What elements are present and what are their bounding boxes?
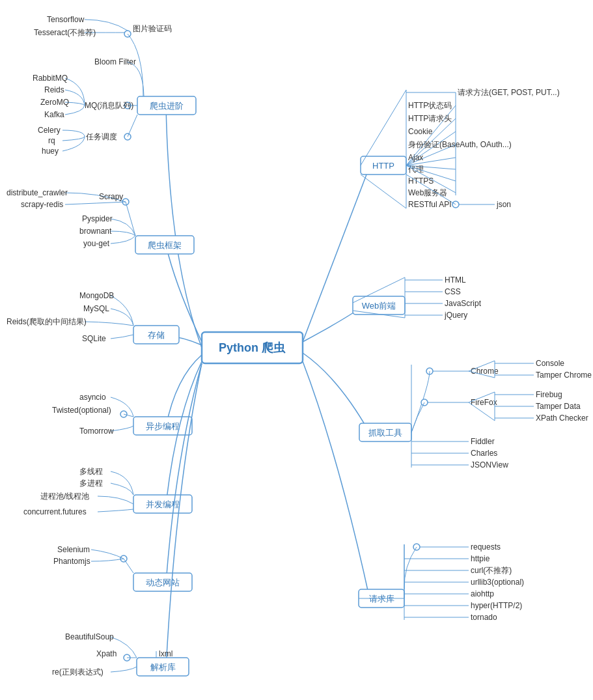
huey-label: huey [42, 147, 59, 156]
rq-label: rq [48, 136, 55, 145]
tornado-label: tornado [471, 613, 497, 622]
tensorflow-label: Tensorflow [47, 15, 85, 24]
beautifulsoup-label: BeautifulSoup [65, 632, 114, 641]
xpath-checker-label: XPath Checker [536, 413, 588, 423]
firebug-label: Firebug [536, 390, 562, 399]
curl-label: curl(不推荐) [471, 566, 512, 575]
mysql-label: MySQL [83, 304, 109, 313]
parser-label: 解析库 [150, 662, 176, 672]
rabbitmq-label: RabbitMQ [33, 74, 68, 83]
center-label: Python 爬虫 [219, 341, 286, 354]
jsonview-label: JSONView [471, 460, 508, 469]
jquery-label: jQuery [444, 311, 467, 320]
async-label: 异步编程 [146, 421, 180, 431]
fiddler-label: Fiddler [471, 437, 495, 446]
urllib3-label: urllib3(optional) [471, 578, 524, 587]
lxml-label: lxml [159, 649, 172, 658]
httpie-label: httpie [471, 554, 490, 563]
distribute-crawler-label: distribute_crawler [7, 188, 68, 197]
scrapy-label: Scrapy [99, 192, 123, 201]
json-label: json [496, 200, 511, 209]
request-methods-label: 请求方法(GET, POST, PUT...) [458, 88, 560, 97]
css-label: CSS [445, 287, 461, 296]
js-label: JavaScript [445, 299, 482, 308]
kafka-label: Kafka [44, 110, 64, 119]
auth-label: 身份验证(BaseAuth, OAuth...) [408, 140, 512, 149]
http-status-label: HTTP状态码 [408, 101, 452, 110]
selenium-label: Selenium [57, 545, 90, 554]
http-request-header-label: HTTP请求头 [408, 114, 452, 123]
crawler-advanced-label: 爬虫进阶 [150, 101, 184, 111]
ajax-label: Ajax [408, 153, 423, 162]
multiprocess-label: 多进程 [79, 479, 103, 488]
aiohttp-label: aiohttp [471, 589, 494, 598]
dynamic-label: 动态网站 [146, 578, 180, 587]
firefox-label: FireFox [471, 398, 497, 407]
twisted-label: Twisted(optional) [52, 406, 111, 415]
task-schedule-label: 任务调度 [85, 132, 117, 141]
tamper-chrome-label: Tamper Chrome [536, 371, 592, 380]
you-get-label: you-get [83, 239, 110, 248]
http-label: HTTP [372, 161, 394, 171]
restful-label: RESTful API [408, 200, 452, 209]
scrapy-redis-label: scrapy-redis [21, 200, 63, 209]
reids-storage-label: Reids(爬取的中间结果) [7, 317, 87, 326]
reids-mq-label: Reids [44, 85, 64, 94]
mq-label: MQ(消息队列) [85, 101, 133, 110]
tesseract-label: Tesseract(不推荐) [34, 28, 96, 37]
web-frontend-label: Web前端 [362, 301, 396, 311]
pyspider-label: Pyspider [82, 214, 113, 223]
charles-label: Charles [471, 449, 497, 458]
proxy-label: 代理 [407, 165, 424, 174]
concurrent-futures-label: concurrent.futures [23, 507, 87, 516]
cookie-label: Cookie [408, 127, 433, 136]
sqlite-label: SQLite [82, 334, 106, 343]
crawler-framework-label: 爬虫框架 [148, 240, 182, 250]
console-label: Console [536, 359, 564, 368]
celery-label: Celery [38, 126, 61, 135]
xpath-label: Xpath [96, 649, 117, 658]
zeromq-label: ZeroMQ [40, 98, 69, 107]
tamper-data-label: Tamper Data [536, 402, 581, 411]
captcha-label: 图片验证码 [133, 24, 172, 33]
tomorrow-label: Tomorrow [79, 427, 114, 436]
asyncio-label: asyncio [79, 393, 106, 402]
re-label: re(正则表达式) [52, 667, 103, 677]
storage-label: 存储 [148, 330, 165, 340]
capture-tools-label: 抓取工具 [368, 428, 402, 438]
brownant-label: brownant [79, 227, 112, 236]
html-label: HTML [445, 275, 466, 285]
multithread-label: 多线程 [79, 467, 103, 476]
phantomjs-label: Phantomjs [53, 557, 90, 566]
bloom-filter-label: Bloom Filter [94, 57, 136, 66]
requests-label: requests [471, 542, 501, 552]
pool-label: 进程池/线程池 [40, 492, 89, 501]
mongodb-label: MongoDB [79, 291, 114, 300]
hyper-label: hyper(HTTP/2) [471, 601, 522, 610]
